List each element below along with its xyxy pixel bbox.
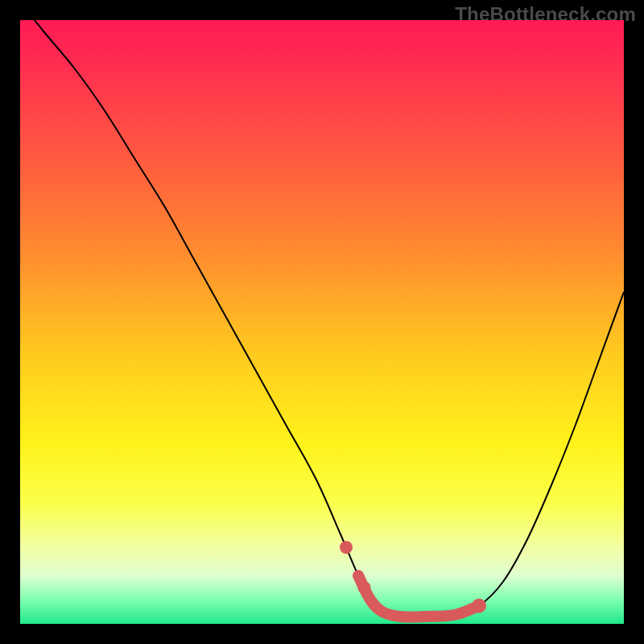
left-knee-marker-1	[340, 541, 353, 554]
left-knee-marker-2	[358, 581, 371, 594]
plot-area	[20, 20, 624, 624]
curve-path	[20, 20, 624, 617]
sweet-spot-highlight	[358, 576, 479, 617]
right-knee-marker	[472, 599, 486, 613]
bottleneck-curve	[20, 20, 624, 624]
chart-frame: TheBottleneck.com	[0, 0, 644, 644]
